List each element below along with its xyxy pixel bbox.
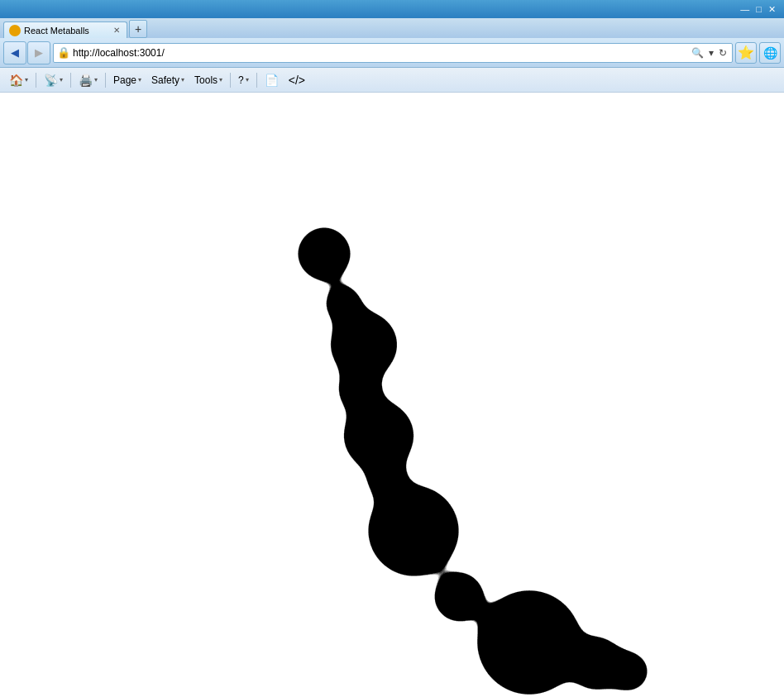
print-icon: 🖨️ bbox=[79, 74, 93, 87]
help-button[interactable]: ? ▾ bbox=[234, 71, 253, 89]
ie-logo-button[interactable]: 🌐 bbox=[759, 42, 781, 64]
metaballs-svg bbox=[0, 93, 784, 697]
svg-point-10 bbox=[610, 653, 647, 690]
svg-point-6 bbox=[370, 488, 457, 574]
compat-view-button[interactable]: 📄 bbox=[261, 71, 283, 89]
compat-view-icon: 📄 bbox=[265, 74, 279, 87]
nav-button-group: ◀ ▶ bbox=[3, 41, 50, 64]
address-bar: ◀ ▶ 🔒 🔍 ▾ ↻ ⭐ 🌐 bbox=[0, 38, 784, 68]
toolbar-separator-2 bbox=[70, 73, 71, 88]
toolbar-separator-1 bbox=[36, 73, 36, 88]
toolbar-separator-3 bbox=[105, 73, 106, 88]
metaballs-canvas bbox=[0, 93, 784, 697]
safety-menu[interactable]: Safety ▾ bbox=[147, 71, 189, 89]
url-actions: 🔍 ▾ ↻ bbox=[690, 47, 729, 59]
devtools-icon: </> bbox=[289, 74, 305, 87]
security-icon: 🔒 bbox=[57, 46, 70, 59]
tools-dropdown-arrow: ▾ bbox=[219, 76, 222, 84]
rss-dropdown-arrow: ▾ bbox=[60, 76, 63, 84]
title-bar: — □ ✕ bbox=[0, 0, 784, 18]
page-label: Page bbox=[113, 74, 136, 86]
rss-button[interactable]: 📡 ▾ bbox=[40, 71, 67, 89]
help-dropdown-arrow: ▾ bbox=[246, 76, 249, 84]
help-label: ? bbox=[238, 74, 244, 86]
tab-close-button[interactable]: ✕ bbox=[112, 25, 122, 36]
safety-label: Safety bbox=[151, 74, 179, 86]
print-button[interactable]: 🖨️ ▾ bbox=[74, 71, 102, 89]
devtools-button[interactable]: </> bbox=[284, 71, 309, 89]
svg-point-4 bbox=[346, 403, 412, 469]
maximize-button[interactable]: □ bbox=[753, 4, 765, 14]
tab-favicon bbox=[9, 25, 21, 36]
svg-point-8 bbox=[480, 593, 579, 692]
svg-point-0 bbox=[299, 229, 349, 279]
refresh-button[interactable]: ↻ bbox=[717, 47, 729, 59]
rss-icon: 📡 bbox=[44, 74, 58, 87]
tab-bar: React Metaballs ✕ + bbox=[0, 18, 784, 38]
browser-tab[interactable]: React Metaballs ✕ bbox=[3, 21, 127, 38]
tools-menu[interactable]: Tools ▾ bbox=[190, 71, 227, 89]
svg-point-7 bbox=[436, 574, 482, 620]
new-tab-button[interactable]: + bbox=[129, 20, 147, 38]
svg-point-2 bbox=[332, 313, 395, 376]
tools-label: Tools bbox=[194, 74, 218, 86]
minimize-button[interactable]: — bbox=[737, 4, 753, 14]
home-icon: 🏠 bbox=[9, 74, 23, 87]
favorites-button[interactable]: ⭐ bbox=[735, 42, 757, 64]
toolbar: 🏠 ▾ 📡 ▾ 🖨️ ▾ Page ▾ Safety ▾ Tools ▾ ? ▾… bbox=[0, 68, 784, 93]
main-content bbox=[0, 93, 784, 697]
page-dropdown-arrow: ▾ bbox=[138, 76, 141, 84]
search-button[interactable]: 🔍 bbox=[690, 47, 705, 59]
home-button[interactable]: 🏠 ▾ bbox=[5, 71, 32, 89]
toolbar-separator-4 bbox=[230, 73, 231, 88]
url-dropdown-button[interactable]: ▾ bbox=[707, 47, 715, 59]
forward-button[interactable]: ▶ bbox=[27, 41, 50, 64]
tab-label: React Metaballs bbox=[24, 26, 89, 36]
safety-dropdown-arrow: ▾ bbox=[181, 76, 184, 84]
print-dropdown-arrow: ▾ bbox=[94, 76, 98, 84]
url-input[interactable] bbox=[73, 47, 687, 59]
back-button[interactable]: ◀ bbox=[3, 41, 26, 64]
url-bar-container: 🔒 🔍 ▾ ↻ bbox=[53, 43, 733, 63]
close-button[interactable]: ✕ bbox=[765, 4, 779, 15]
toolbar-separator-5 bbox=[256, 73, 257, 88]
home-dropdown-arrow: ▾ bbox=[25, 76, 28, 84]
page-menu[interactable]: Page ▾ bbox=[109, 71, 146, 89]
